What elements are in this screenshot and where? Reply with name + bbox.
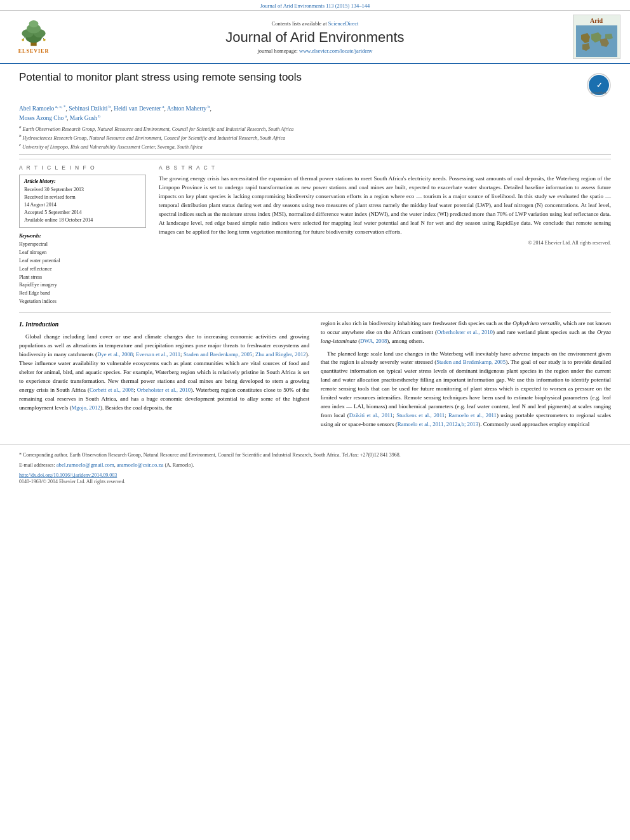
article-title: Potential to monitor plant stress using … xyxy=(19,70,580,84)
ref-mgojo[interactable]: Mgojo, 2012 xyxy=(71,404,100,411)
keyword-6: Red Edge band xyxy=(19,290,146,298)
ref-ramoelo2011[interactable]: Ramoelo et al., 2011 xyxy=(448,412,497,418)
info-abstract-section: A R T I C L E I N F O Article history: R… xyxy=(19,159,611,305)
homepage-url-label: www.elsevier.com/locate/jaridenv xyxy=(299,48,373,54)
world-map-svg xyxy=(576,25,617,57)
abstract-label: A B S T R A C T xyxy=(159,164,611,171)
affil-c: c University of Limpopo, Risk and Vulner… xyxy=(19,142,611,150)
journal-citation-bar: Journal of Arid Environments 113 (2015) … xyxy=(0,0,630,11)
author-dzikiti[interactable]: Sebinasi Dzikiti xyxy=(69,105,107,112)
body-para-1: Global change including land cover or us… xyxy=(19,333,309,412)
history-revised-date: 14 August 2014 xyxy=(24,201,141,209)
ramoelo-sup: a, c, * xyxy=(54,104,65,109)
body-col-right: region is also rich in biodiversity inha… xyxy=(321,319,611,433)
elsevier-logo-area: ELSEVIER xyxy=(5,18,62,56)
homepage-text: journal homepage: xyxy=(257,48,298,54)
abstract-col: A B S T R A C T The growing energy crisi… xyxy=(159,164,611,305)
svg-text:CrossMark: CrossMark xyxy=(591,91,607,95)
keyword-4: Plant stress xyxy=(19,274,146,282)
crossmark-svg: ✓ CrossMark xyxy=(587,73,611,97)
article-info-label: A R T I C L E I N F O xyxy=(19,164,146,171)
ref-dwa[interactable]: DWA, 2008 xyxy=(360,338,387,344)
affiliations-section: a Earth Observation Research Group, Natu… xyxy=(19,124,611,156)
arid-logo-title: Arid xyxy=(590,17,603,24)
arid-logo-map xyxy=(576,25,617,57)
ref-orb2010[interactable]: Orbeholster et al., 2010 xyxy=(137,387,191,393)
keyword-3: Leaf reflectance xyxy=(19,265,146,274)
email-link-2[interactable]: aramoelo@csir.co.za xyxy=(117,462,164,468)
doi-url: http://dx.doi.org/10.1016/j.jaridenv.201… xyxy=(19,472,117,478)
ref-dzikiti2011[interactable]: Dzikiti et al., 2011 xyxy=(349,412,393,418)
ref-stuckens[interactable]: Stuckens et al., 2011 xyxy=(396,412,445,418)
elsevier-tree-svg xyxy=(15,20,53,47)
svg-text:✓: ✓ xyxy=(596,81,602,89)
affil-b-text: Hydrosciences Research Group, Natural Re… xyxy=(23,135,286,140)
sciencedirect-label: ScienceDirect xyxy=(328,20,359,27)
affil-a-sup: a xyxy=(19,124,22,130)
footnote-corresponding: * Corresponding author. Earth Observatio… xyxy=(19,451,611,458)
affil-b-sup: b xyxy=(19,133,22,138)
footnote-email: E-mail addresses: abel.ramoelo@gmail.com… xyxy=(19,461,611,469)
sciencedirect-info: Contents lists available at ScienceDirec… xyxy=(69,20,561,27)
keywords-title: Keywords: xyxy=(19,233,146,239)
ref-zhu[interactable]: Zhu and Ringler, 2012 xyxy=(255,351,306,357)
author-maherry[interactable]: Ashton Maherry xyxy=(167,105,207,112)
history-title: Article history: xyxy=(24,178,141,184)
svg-point-9 xyxy=(43,38,46,41)
keyword-1: Leaf nitrogen xyxy=(19,249,146,257)
section1-heading: 1. Introduction xyxy=(19,319,309,330)
article-title-wrapper: Potential to monitor plant stress using … xyxy=(19,70,580,84)
history-received: Received 30 September 2013 xyxy=(24,186,141,194)
svg-point-8 xyxy=(22,38,24,41)
homepage-url[interactable]: www.elsevier.com/locate/jaridenv xyxy=(299,48,373,54)
dzikiti-sup: b xyxy=(107,104,111,109)
ref-corbett[interactable]: Corbett et al., 2008 xyxy=(90,387,133,393)
sciencedirect-text: Contents lists available at xyxy=(272,20,327,27)
affil-a-text: Earth Observation Research Group, Natura… xyxy=(23,126,294,131)
author-ramoelo[interactable]: Abel Ramoelo xyxy=(19,105,54,112)
history-revised-label: Received in revised form xyxy=(24,194,141,201)
ref-staden2[interactable]: Staden and Bredenkamp, 2005 xyxy=(436,359,506,365)
homepage-info: journal homepage: www.elsevier.com/locat… xyxy=(69,48,561,54)
keywords-section: Keywords: Hyperspectral Leaf nitrogen Le… xyxy=(19,233,146,305)
gush-sup: b xyxy=(97,114,100,119)
page-footer: * Corresponding author. Earth Observatio… xyxy=(0,444,630,489)
copyright-line: © 2014 Elsevier Ltd. All rights reserved… xyxy=(159,240,611,246)
body-section: 1. Introduction Global change including … xyxy=(19,312,611,433)
affil-b: b Hydrosciences Research Group, Natural … xyxy=(19,133,611,142)
cho-sup: a xyxy=(64,114,67,119)
body-para-r2: The planned large scale land use changes… xyxy=(321,350,611,429)
ref-dye[interactable]: Dye et al., 2008 xyxy=(97,351,133,357)
sciencedirect-link[interactable]: ScienceDirect xyxy=(328,20,359,27)
abstract-text: The growing energy crisis has necessitat… xyxy=(159,175,611,237)
ref-orberholster[interactable]: Orberholster et al., 2010 xyxy=(437,329,493,335)
maherry-sup: b xyxy=(206,104,210,109)
arid-logo-area: Arid xyxy=(568,15,625,59)
deventer-sup: a xyxy=(161,104,164,109)
keyword-0: Hyperspectral xyxy=(19,241,146,249)
affil-c-sup: c xyxy=(19,142,21,147)
author-gush[interactable]: Mark Gush xyxy=(70,116,97,122)
article-content: Potential to monitor plant stress using … xyxy=(0,64,630,439)
ref-everson[interactable]: Everson et al., 2011 xyxy=(136,351,180,357)
authors-line: Abel Ramoelo a, c, *, Sebinasi Dzikiti b… xyxy=(19,103,611,123)
article-info-col: A R T I C L E I N F O Article history: R… xyxy=(19,164,146,305)
article-title-section: Potential to monitor plant stress using … xyxy=(19,70,611,100)
doi-link[interactable]: http://dx.doi.org/10.1016/j.jaridenv.201… xyxy=(19,472,117,478)
affil-c-text: University of Limpopo, Risk and Vulnerab… xyxy=(22,143,203,149)
author-deventer[interactable]: Heidi van Deventer xyxy=(114,105,161,112)
body-two-col: 1. Introduction Global change including … xyxy=(19,319,611,433)
ref-ramoelo2012[interactable]: Ramoelo et al., 2011, 2012a,b; 2013 xyxy=(398,421,478,427)
body-col-left: 1. Introduction Global change including … xyxy=(19,319,309,433)
author-cho[interactable]: Moses Azong Cho xyxy=(19,116,64,122)
affil-a: a Earth Observation Research Group, Natu… xyxy=(19,124,611,133)
keyword-5: RapidEye imagery xyxy=(19,281,146,290)
journal-title: Journal of Arid Environments xyxy=(69,29,561,46)
arid-logo-box: Arid xyxy=(573,15,620,59)
issn-line: 0140-1963/© 2014 Elsevier Ltd. All right… xyxy=(19,479,611,484)
elsevier-wordmark: ELSEVIER xyxy=(18,48,49,54)
email-link-1[interactable]: abel.ramoelo@gmail.com xyxy=(57,462,114,468)
journal-citation: Journal of Arid Environments 113 (2015) … xyxy=(260,3,370,9)
body-para-r1: region is also rich in biodiversity inha… xyxy=(321,319,611,346)
ref-staden[interactable]: Staden and Bredenkamp, 2005 xyxy=(184,351,252,357)
